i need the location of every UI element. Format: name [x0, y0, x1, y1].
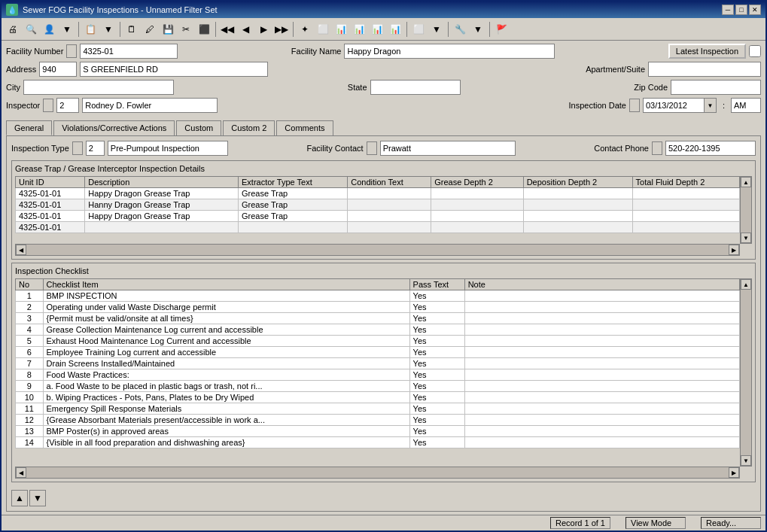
time-am-input[interactable] — [731, 98, 761, 113]
inspection-type-value-input[interactable] — [108, 141, 228, 156]
filter-dropdown-button[interactable]: ▼ — [59, 21, 75, 38]
scroll-up-button[interactable]: ▲ — [741, 177, 751, 187]
maximize-button[interactable]: □ — [735, 5, 747, 15]
filter-button[interactable]: ▼ — [100, 21, 117, 38]
tab-custom[interactable]: Custom — [176, 120, 221, 135]
checklist-table: No Checklist Item Pass Text Note 1BMP IN… — [15, 278, 740, 448]
inspection-type-id-input[interactable] — [86, 141, 105, 156]
flag-button[interactable]: 🚩 — [493, 21, 510, 38]
tools-dropdown-button[interactable]: ▼ — [470, 21, 486, 38]
checklist-row[interactable]: 2Operating under valid Waste Discharge p… — [16, 302, 740, 313]
ready-status: Ready... — [701, 517, 761, 529]
checklist-scroll-down[interactable]: ▼ — [741, 455, 751, 466]
contact-phone-input[interactable] — [665, 141, 756, 156]
save-button[interactable]: 💾 — [160, 21, 176, 38]
inspection-date-input[interactable] — [644, 99, 704, 112]
apartment-suite-input[interactable] — [648, 62, 761, 77]
checklist-row[interactable]: 11Emergency Spill Response MaterialsYes — [16, 403, 740, 415]
inspector-id-input[interactable] — [56, 98, 79, 113]
address-street-input[interactable] — [80, 62, 268, 77]
first-record-button[interactable]: ◀◀ — [219, 21, 236, 38]
move-up-button[interactable]: ▲ — [11, 490, 28, 506]
checklist-row[interactable]: 8Food Waste Practices:Yes — [16, 369, 740, 381]
scroll-left-button[interactable]: ◀ — [16, 245, 26, 255]
scroll-track-grease — [741, 187, 751, 233]
search-button[interactable]: 🔍 — [23, 21, 39, 38]
grease-trap-row[interactable]: 4325-01-01Happy Dragon Grease TrapGrease… — [16, 188, 740, 199]
contact-phone-label: Contact Phone — [594, 144, 649, 153]
grease-trap-hscrollbar[interactable]: ◀ ▶ — [15, 244, 740, 256]
latest-inspection-button[interactable]: Latest Inspection — [668, 44, 746, 59]
address-label: Address — [6, 65, 36, 74]
chart3-button[interactable]: 📊 — [369, 21, 385, 38]
tab-violations[interactable]: Violations/Corrective Actions — [53, 120, 175, 135]
delete-button[interactable]: ⬛ — [196, 21, 212, 38]
checklist-row[interactable]: 1BMP INSPECTIONYes — [16, 290, 740, 302]
facility-name-input[interactable] — [344, 44, 555, 59]
chart4-button[interactable]: 📊 — [387, 21, 403, 38]
inspector-name-input[interactable] — [82, 98, 218, 113]
print-button[interactable]: 🖨 — [5, 21, 21, 38]
tab-custom2[interactable]: Custom 2 — [223, 120, 275, 135]
grease-trap-row[interactable]: 4325-01-01Happy Dragon Grease TrapGrease… — [16, 211, 740, 222]
zip-code-label: Zip Code — [634, 83, 668, 92]
facility-contact-input[interactable] — [380, 141, 516, 156]
cut-button[interactable]: ✂ — [178, 21, 194, 38]
minimize-button[interactable]: ─ — [722, 5, 734, 15]
tab-general[interactable]: General — [6, 120, 52, 135]
facility-number-input[interactable] — [80, 44, 178, 59]
checklist-row[interactable]: 12{Grease Absorbant Materials present/ac… — [16, 415, 740, 426]
checklist-scrollbar[interactable]: ▲ ▼ — [740, 278, 752, 467]
checklist-scroll-up[interactable]: ▲ — [741, 279, 751, 290]
refresh-button[interactable]: ✦ — [297, 21, 313, 38]
next-record-button[interactable]: ▶ — [255, 21, 272, 38]
tab-comments[interactable]: Comments — [276, 120, 333, 135]
facility-contact-indicator — [367, 141, 377, 155]
date-picker-button[interactable]: ▼ — [704, 99, 716, 112]
grid-view-button[interactable]: ⬜ — [315, 21, 331, 38]
scroll-right-button[interactable]: ▶ — [729, 245, 739, 255]
grease-trap-scrollbar[interactable]: ▲ ▼ — [740, 176, 752, 244]
user-button[interactable]: 👤 — [41, 21, 57, 38]
checklist-row[interactable]: 4Grease Collection Maintenance Log curre… — [16, 324, 740, 336]
copy-button[interactable]: 📋 — [82, 21, 99, 38]
inspection-type-indicator — [72, 141, 83, 155]
facility-row: Facility Number Facility Name Latest Ins… — [6, 44, 761, 59]
apartment-suite-label: Apartment/Suite — [586, 65, 645, 74]
address-number-input[interactable] — [39, 62, 77, 77]
new-button[interactable]: 🗒 — [123, 21, 140, 38]
chart1-button[interactable]: 📊 — [333, 21, 349, 38]
close-button[interactable]: ✕ — [749, 5, 761, 15]
checklist-scroll-left[interactable]: ◀ — [16, 467, 26, 478]
move-down-button[interactable]: ▼ — [29, 490, 46, 506]
chart2-button[interactable]: 📊 — [351, 21, 367, 38]
edit-button[interactable]: 🖊 — [142, 21, 158, 38]
checklist-row[interactable]: 9a. Food Waste to be placed in plastic b… — [16, 381, 740, 392]
settings-button[interactable]: ⬜ — [410, 21, 427, 38]
grease-trap-row[interactable]: 4325-01-01 — [16, 222, 740, 233]
checklist-row[interactable]: 14{Visible in all food preparation and d… — [16, 437, 740, 448]
checklist-scroll-right[interactable]: ▶ — [729, 467, 739, 478]
grease-trap-row[interactable]: 4325-01-01Hanny Dragon Grease TrapGrease… — [16, 199, 740, 211]
checklist-row[interactable]: 13BMP Poster(s) in approved areasYes — [16, 426, 740, 437]
latest-inspection-checkbox[interactable] — [749, 44, 761, 59]
checklist-row[interactable]: 5Exhaust Hood Maintenance Log Current an… — [16, 336, 740, 347]
last-record-button[interactable]: ▶▶ — [273, 21, 290, 38]
prev-record-button[interactable]: ◀ — [237, 21, 254, 38]
state-input[interactable] — [370, 80, 461, 95]
grease-trap-title: Grease Trap / Grease Interceptor Inspect… — [15, 164, 752, 173]
checklist-row[interactable]: 7Drain Screens Installed/MaintainedYes — [16, 358, 740, 369]
checklist-row[interactable]: 3{Permit must be valid/onsite at all tim… — [16, 313, 740, 324]
checklist-hscrollbar[interactable]: ◀ ▶ — [15, 467, 740, 479]
toolbar: 🖨 🔍 👤 ▼ 📋 ▼ 🗒 🖊 💾 ✂ ⬛ ◀◀ ◀ ▶ ▶▶ ✦ ⬜ 📊 📊 … — [2, 18, 765, 41]
title-bar-buttons: ─ □ ✕ — [722, 5, 761, 15]
options-dropdown-button[interactable]: ▼ — [428, 21, 445, 38]
record-status: Record 1 of 1 — [550, 517, 610, 529]
checklist-row[interactable]: 6Employee Training Log current and acces… — [16, 347, 740, 358]
checklist-row[interactable]: 10b. Wiping Practices - Pots, Pans, Plat… — [16, 392, 740, 403]
zip-code-input[interactable] — [671, 80, 761, 95]
city-input[interactable] — [23, 80, 174, 95]
scroll-down-button[interactable]: ▼ — [741, 233, 751, 243]
tools-button[interactable]: 🔧 — [452, 21, 468, 38]
city-state-zip-row: City State Zip Code — [6, 80, 761, 95]
